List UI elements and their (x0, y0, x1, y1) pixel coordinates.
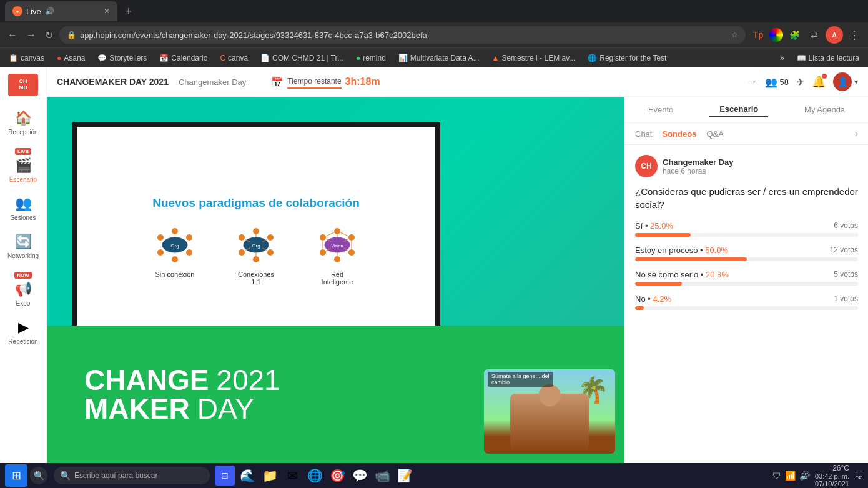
taskbar-icon-view[interactable]: ⊟ (215, 466, 235, 486)
diagram-svg-1: Org (147, 225, 203, 266)
notification-button[interactable]: 🔔 (812, 75, 826, 89)
extensions-icon[interactable]: Tp (749, 26, 767, 44)
app-header-bar: CHANGEMAKER DAY 2021 Changemaker Day 📅 T… (47, 67, 868, 97)
poll-option-2-text: Estoy en proceso • 50.0% (635, 246, 728, 255)
tab-close-button[interactable]: ✕ (104, 7, 110, 16)
taskbar-icon-files[interactable]: 📁 (260, 466, 280, 486)
sidebar-item-sesiones[interactable]: 👥 Sesiones (0, 189, 46, 227)
poll-option-4: No • 4.2% 1 votos (635, 294, 858, 310)
networking-icon: 🔄 (15, 234, 32, 250)
taskbar-icon-chrome[interactable]: 🌐 (305, 466, 325, 486)
bookmark-calendario[interactable]: 📅 Calendario (155, 52, 211, 64)
tab-my-agenda[interactable]: My Agenda (794, 102, 855, 117)
right-panel: Evento Escenario My Agenda Chat Sondeos … (624, 97, 868, 463)
tab-escenario[interactable]: Escenario (709, 102, 768, 117)
bookmark-label: COM CHMD 21 | Tr... (272, 54, 343, 62)
poll-content: CH Changemaker Day hace 6 horas ¿Conside… (625, 145, 868, 463)
subtab-chat[interactable]: Chat (635, 129, 652, 139)
back-button[interactable]: ← (5, 27, 20, 43)
taskbar-icon-app1[interactable]: 🎯 (327, 466, 347, 486)
sidebar-item-networking[interactable]: 🔄 Networking (0, 227, 46, 266)
volume-icon[interactable]: 🔊 (799, 471, 810, 481)
attendees: 👥 58 (765, 76, 789, 88)
poll-option-3-votes: 5 votos (834, 270, 858, 279)
user-avatar[interactable]: 👤 (833, 72, 852, 91)
start-button[interactable]: ⊞ (5, 464, 27, 487)
sidebar-item-repeticion[interactable]: ▶ Repetición (0, 313, 46, 351)
subtab-sondeos[interactable]: Sondeos (662, 129, 696, 139)
taskbar-time: 03:42 p. m. (815, 472, 849, 480)
svg-point-30 (320, 249, 326, 256)
taskbar-search-placeholder: Escribe aquí para buscar (74, 471, 157, 480)
bookmark-register[interactable]: 🌐 Register for the Test (584, 52, 670, 64)
bookmark-canvas[interactable]: 📋 canvas (5, 52, 48, 64)
bookmark-storytellers[interactable]: 💬 Storytellers (94, 52, 150, 64)
sidebar-item-recepcion[interactable]: 🏠 Recepción (0, 104, 46, 142)
sidebar-item-expo[interactable]: NOW 📢 Expo (0, 266, 46, 313)
menu-button[interactable]: ⋮ (846, 26, 863, 44)
taskbar-icon-sticky[interactable]: 📝 (395, 466, 415, 486)
poll-bar-bg-3 (635, 282, 858, 286)
poll-author-header: CH Changemaker Day hace 6 horas (635, 155, 858, 177)
puzzle-icon[interactable]: 🧩 (786, 26, 803, 44)
poll-option-4-text: No • 4.2% (635, 294, 671, 304)
poll-author-info: Changemaker Day hace 6 horas (663, 157, 733, 176)
bookmark-icon: 📖 (797, 54, 806, 62)
bookmark-asana[interactable]: ● Asana (53, 52, 89, 64)
bookmark-icon: 🌐 (588, 54, 597, 62)
svg-point-34 (334, 228, 340, 234)
sync-icon[interactable]: ⇄ (806, 26, 823, 44)
user-menu[interactable]: 👤 ▾ (833, 72, 858, 91)
chevron-down-icon[interactable]: ▾ (854, 77, 858, 86)
wifi-icon: 📶 (785, 471, 796, 481)
bookmark-icon: 💬 (97, 54, 107, 62)
attendees-count: 58 (780, 77, 789, 87)
refresh-button[interactable]: ↻ (42, 27, 56, 44)
home-icon: 🏠 (15, 110, 32, 126)
subtab-qa[interactable]: Q&A (706, 129, 723, 139)
poll-option-1-text: Sí • 25.0% (635, 221, 673, 231)
taskbar-search-bar[interactable]: 🔍 Escribe aquí para buscar (54, 467, 210, 484)
share-icon[interactable]: → (747, 76, 757, 87)
bookmark-com-chmd[interactable]: 📄 COM CHMD 21 | Tr... (257, 52, 347, 64)
taskbar-icon-video[interactable]: 📹 (372, 466, 392, 486)
search-button[interactable]: 🔍 (30, 467, 47, 484)
audio-icon[interactable]: 🔊 (45, 7, 54, 16)
tab-evento[interactable]: Evento (638, 102, 683, 117)
bookmark-semestre[interactable]: ▲ Semestre i - LEM av... (488, 52, 579, 64)
mail-icon: ✉ (287, 468, 298, 483)
bookmark-label: Lista de lectura (809, 54, 859, 62)
poll-bar-fill-2 (635, 257, 747, 261)
taskbar-icon-whatsapp[interactable]: 💬 (350, 466, 370, 486)
sidebar-item-escenario[interactable]: LIVE 🎬 Escenario (0, 142, 46, 189)
url-text: app.hopin.com/events/changemaker-day-202… (80, 31, 727, 40)
scroll-indicator[interactable]: › (855, 128, 858, 139)
sticky-icon: 📝 (397, 468, 413, 483)
bookmark-more[interactable]: » (776, 52, 788, 64)
star-icon[interactable]: ☆ (731, 31, 738, 39)
content-row: Nuevos paradigmas de colaboración Org (47, 97, 868, 463)
forward-button[interactable]: → (24, 27, 39, 43)
bookmark-canva[interactable]: C canva (216, 52, 252, 64)
bookmark-multivariate[interactable]: 📊 Multivariate Data A... (395, 52, 483, 64)
chrome-icon: 🌐 (307, 468, 323, 483)
user-account-button[interactable]: A (826, 26, 843, 44)
brand-maker: MAKER (84, 394, 190, 423)
active-tab[interactable]: ● Live 🔊 ✕ (5, 1, 117, 21)
slide-frame: Nuevos paradigmas de colaboración Org (72, 122, 440, 359)
address-bar[interactable]: 🔒 app.hopin.com/events/changemaker-day-2… (59, 26, 746, 44)
diagram-svg-2: Org (228, 225, 284, 266)
edge-icon: 🌊 (240, 468, 255, 483)
svg-point-6 (172, 228, 178, 234)
taskbar-sys-tray: 🛡 📶 🔊 (772, 471, 810, 481)
send-icon[interactable]: ✈ (796, 76, 804, 88)
new-tab-button[interactable]: + (120, 2, 137, 20)
notification-center[interactable]: 🗨 (854, 471, 863, 481)
timer-value: 3h:18m (345, 76, 380, 87)
taskbar-icon-browser[interactable]: 🌊 (237, 466, 257, 486)
color-picker-icon[interactable] (769, 28, 783, 42)
taskbar-icon-mail[interactable]: ✉ (282, 466, 302, 486)
bookmark-remind[interactable]: ● remind (352, 52, 390, 64)
taskbar-time-block: 26°C 03:42 p. m. 07/10/2021 (815, 464, 849, 487)
bookmark-reading-list[interactable]: 📖 Lista de lectura (793, 52, 863, 64)
